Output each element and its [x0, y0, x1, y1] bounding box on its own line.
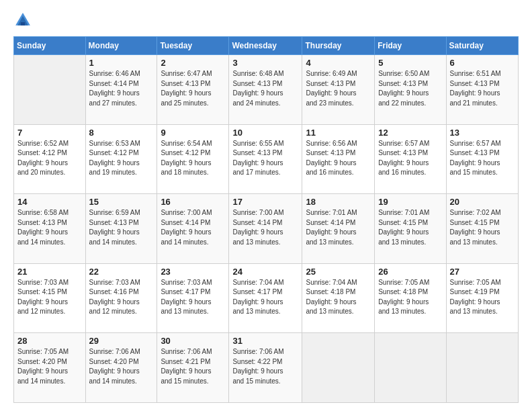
- calendar-cell: [375, 333, 446, 403]
- day-number: 6: [450, 58, 515, 68]
- day-info: Sunrise: 6:52 AMSunset: 4:12 PMDaylight:…: [17, 139, 82, 178]
- day-number: 18: [306, 197, 371, 207]
- calendar-cell: [14, 55, 86, 125]
- day-info: Sunrise: 7:01 AMSunset: 4:14 PMDaylight:…: [306, 208, 371, 247]
- calendar-cell: 14Sunrise: 6:58 AMSunset: 4:13 PMDayligh…: [14, 194, 86, 264]
- page: SundayMondayTuesdayWednesdayThursdayFrid…: [0, 0, 532, 411]
- day-info: Sunrise: 6:58 AMSunset: 4:13 PMDaylight:…: [17, 208, 82, 247]
- day-number: 12: [378, 128, 442, 138]
- day-number: 21: [17, 267, 82, 277]
- weekday-monday: Monday: [85, 37, 157, 55]
- calendar-cell: 12Sunrise: 6:57 AMSunset: 4:13 PMDayligh…: [375, 124, 446, 194]
- day-info: Sunrise: 6:56 AMSunset: 4:13 PMDaylight:…: [306, 139, 371, 178]
- day-info: Sunrise: 7:04 AMSunset: 4:17 PMDaylight:…: [232, 278, 298, 317]
- calendar-cell: 9Sunrise: 6:54 AMSunset: 4:12 PMDaylight…: [157, 124, 229, 194]
- calendar-cell: 24Sunrise: 7:04 AMSunset: 4:17 PMDayligh…: [229, 263, 302, 333]
- day-number: 26: [378, 267, 442, 277]
- day-info: Sunrise: 6:55 AMSunset: 4:13 PMDaylight:…: [232, 139, 298, 178]
- calendar-cell: 17Sunrise: 7:00 AMSunset: 4:14 PMDayligh…: [229, 194, 302, 264]
- day-number: 9: [161, 128, 225, 138]
- day-info: Sunrise: 7:03 AMSunset: 4:15 PMDaylight:…: [17, 278, 82, 317]
- day-number: 29: [89, 336, 154, 346]
- weekday-sunday: Sunday: [14, 37, 86, 55]
- day-info: Sunrise: 6:47 AMSunset: 4:13 PMDaylight:…: [161, 69, 225, 108]
- calendar-cell: 11Sunrise: 6:56 AMSunset: 4:13 PMDayligh…: [302, 124, 375, 194]
- day-number: 13: [450, 128, 515, 138]
- calendar-cell: 28Sunrise: 7:05 AMSunset: 4:20 PMDayligh…: [14, 333, 86, 403]
- calendar-cell: [302, 333, 375, 403]
- weekday-thursday: Thursday: [302, 37, 375, 55]
- calendar-cell: 15Sunrise: 6:59 AMSunset: 4:13 PMDayligh…: [85, 194, 157, 264]
- day-number: 14: [17, 197, 82, 207]
- day-number: 8: [89, 128, 154, 138]
- calendar-cell: 26Sunrise: 7:05 AMSunset: 4:18 PMDayligh…: [375, 263, 446, 333]
- week-row-1: 1Sunrise: 6:46 AMSunset: 4:14 PMDaylight…: [14, 55, 519, 125]
- calendar-cell: 16Sunrise: 7:00 AMSunset: 4:14 PMDayligh…: [157, 194, 229, 264]
- weekday-saturday: Saturday: [446, 37, 518, 55]
- svg-rect-2: [21, 22, 25, 26]
- day-info: Sunrise: 7:06 AMSunset: 4:21 PMDaylight:…: [161, 347, 225, 386]
- week-row-5: 28Sunrise: 7:05 AMSunset: 4:20 PMDayligh…: [14, 333, 519, 403]
- calendar-cell: 18Sunrise: 7:01 AMSunset: 4:14 PMDayligh…: [302, 194, 375, 264]
- weekday-tuesday: Tuesday: [157, 37, 229, 55]
- calendar-cell: 3Sunrise: 6:48 AMSunset: 4:13 PMDaylight…: [229, 55, 302, 125]
- calendar-cell: 29Sunrise: 7:06 AMSunset: 4:20 PMDayligh…: [85, 333, 157, 403]
- day-info: Sunrise: 6:53 AMSunset: 4:12 PMDaylight:…: [89, 139, 154, 178]
- weekday-friday: Friday: [375, 37, 446, 55]
- day-info: Sunrise: 7:05 AMSunset: 4:20 PMDaylight:…: [17, 347, 82, 386]
- day-number: 30: [161, 336, 225, 346]
- day-info: Sunrise: 6:46 AMSunset: 4:14 PMDaylight:…: [89, 69, 154, 108]
- day-info: Sunrise: 7:00 AMSunset: 4:14 PMDaylight:…: [232, 208, 298, 247]
- day-number: 17: [232, 197, 298, 207]
- day-info: Sunrise: 6:57 AMSunset: 4:13 PMDaylight:…: [450, 139, 515, 178]
- calendar-cell: 30Sunrise: 7:06 AMSunset: 4:21 PMDayligh…: [157, 333, 229, 403]
- day-number: 23: [161, 267, 225, 277]
- calendar-cell: 2Sunrise: 6:47 AMSunset: 4:13 PMDaylight…: [157, 55, 229, 125]
- calendar-cell: 1Sunrise: 6:46 AMSunset: 4:14 PMDaylight…: [85, 55, 157, 125]
- day-number: 15: [89, 197, 154, 207]
- day-number: 4: [306, 58, 371, 68]
- week-row-3: 14Sunrise: 6:58 AMSunset: 4:13 PMDayligh…: [14, 194, 519, 264]
- day-number: 3: [232, 58, 298, 68]
- calendar-cell: 20Sunrise: 7:02 AMSunset: 4:15 PMDayligh…: [446, 194, 518, 264]
- calendar-cell: 5Sunrise: 6:50 AMSunset: 4:13 PMDaylight…: [375, 55, 446, 125]
- calendar-cell: 25Sunrise: 7:04 AMSunset: 4:18 PMDayligh…: [302, 263, 375, 333]
- day-number: 22: [89, 267, 154, 277]
- day-info: Sunrise: 6:57 AMSunset: 4:13 PMDaylight:…: [378, 139, 442, 178]
- day-number: 27: [450, 267, 515, 277]
- day-info: Sunrise: 6:59 AMSunset: 4:13 PMDaylight:…: [89, 208, 154, 247]
- calendar-cell: 8Sunrise: 6:53 AMSunset: 4:12 PMDaylight…: [85, 124, 157, 194]
- calendar-cell: 23Sunrise: 7:03 AMSunset: 4:17 PMDayligh…: [157, 263, 229, 333]
- calendar-cell: 27Sunrise: 7:05 AMSunset: 4:19 PMDayligh…: [446, 263, 518, 333]
- calendar-cell: 7Sunrise: 6:52 AMSunset: 4:12 PMDaylight…: [14, 124, 86, 194]
- day-info: Sunrise: 7:03 AMSunset: 4:17 PMDaylight:…: [161, 278, 225, 317]
- day-info: Sunrise: 6:51 AMSunset: 4:13 PMDaylight:…: [450, 69, 515, 108]
- calendar-cell: [446, 333, 518, 403]
- day-number: 25: [306, 267, 371, 277]
- calendar-cell: 21Sunrise: 7:03 AMSunset: 4:15 PMDayligh…: [14, 263, 86, 333]
- day-info: Sunrise: 6:48 AMSunset: 4:13 PMDaylight:…: [232, 69, 298, 108]
- day-info: Sunrise: 7:06 AMSunset: 4:22 PMDaylight:…: [232, 347, 298, 386]
- day-number: 1: [89, 58, 154, 68]
- calendar-cell: 6Sunrise: 6:51 AMSunset: 4:13 PMDaylight…: [446, 55, 518, 125]
- day-number: 10: [232, 128, 298, 138]
- calendar-cell: 31Sunrise: 7:06 AMSunset: 4:22 PMDayligh…: [229, 333, 302, 403]
- day-info: Sunrise: 7:05 AMSunset: 4:19 PMDaylight:…: [450, 278, 515, 317]
- weekday-header-row: SundayMondayTuesdayWednesdayThursdayFrid…: [14, 37, 519, 55]
- day-number: 5: [378, 58, 442, 68]
- week-row-2: 7Sunrise: 6:52 AMSunset: 4:12 PMDaylight…: [14, 124, 519, 194]
- day-info: Sunrise: 6:54 AMSunset: 4:12 PMDaylight:…: [161, 139, 225, 178]
- day-info: Sunrise: 7:01 AMSunset: 4:15 PMDaylight:…: [378, 208, 442, 247]
- day-info: Sunrise: 7:06 AMSunset: 4:20 PMDaylight:…: [89, 347, 154, 386]
- day-number: 28: [17, 336, 82, 346]
- day-number: 7: [17, 128, 82, 138]
- day-number: 19: [378, 197, 442, 207]
- calendar-cell: 22Sunrise: 7:03 AMSunset: 4:16 PMDayligh…: [85, 263, 157, 333]
- week-row-4: 21Sunrise: 7:03 AMSunset: 4:15 PMDayligh…: [14, 263, 519, 333]
- logo-icon: [13, 11, 32, 30]
- calendar-cell: 4Sunrise: 6:49 AMSunset: 4:13 PMDaylight…: [302, 55, 375, 125]
- calendar-cell: 10Sunrise: 6:55 AMSunset: 4:13 PMDayligh…: [229, 124, 302, 194]
- weekday-wednesday: Wednesday: [229, 37, 302, 55]
- day-number: 31: [232, 336, 298, 346]
- day-number: 11: [306, 128, 371, 138]
